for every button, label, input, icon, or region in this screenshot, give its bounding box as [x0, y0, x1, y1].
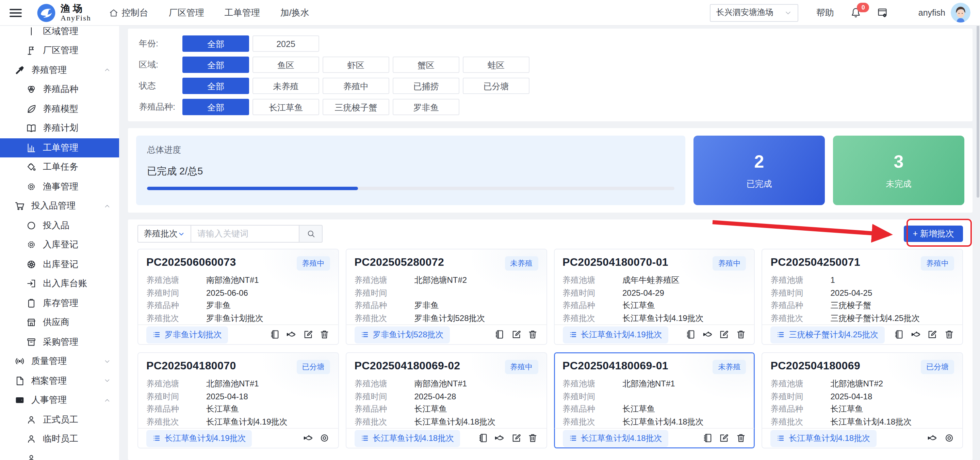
filter-option-全部[interactable]: 全部 [182, 99, 249, 115]
plan-link[interactable]: 长江草鱼计划4.19批次 [146, 430, 252, 447]
sidebar-item-出入库台账[interactable]: 出入库台账 [0, 274, 119, 293]
plan-link[interactable]: 长江草鱼计划4.18批次 [563, 430, 668, 447]
delete-icon[interactable] [736, 433, 746, 444]
fish-icon[interactable] [927, 433, 937, 444]
card-title: PC202506060073 [146, 256, 236, 268]
sidebar-item-label: 工单任务 [43, 161, 111, 173]
filter-option-虾区[interactable]: 虾区 [323, 57, 389, 73]
sidebar-item-正式员工[interactable]: 正式员工 [0, 410, 119, 429]
batch-card-PC202504180069-01[interactable]: PC202504180069-01未养殖养殖池塘北部渔池NT#1养殖时间养殖品种… [554, 352, 755, 449]
farm-select-dropdown[interactable]: 长兴泗安塘渔场 [710, 4, 799, 21]
sidebar-item-库存管理[interactable]: 库存管理 [0, 293, 119, 313]
edit-icon[interactable] [303, 329, 313, 340]
edit-icon[interactable] [719, 433, 730, 444]
plan-link-label: 长江草鱼计划4.18批次 [581, 433, 662, 444]
workbench-settings-icon[interactable] [877, 7, 888, 18]
sidebar-item-临时员工[interactable]: 临时员工 [0, 429, 119, 449]
user-avatar[interactable] [951, 3, 970, 22]
filter-option-蟹区[interactable]: 蟹区 [393, 57, 460, 73]
fish-icon[interactable] [303, 433, 313, 444]
nav-item-4[interactable]: 加/换水 [280, 6, 309, 19]
search-type-select[interactable]: 养殖批次 [137, 225, 191, 243]
sidebar-item-档案管理[interactable]: 档案管理 [0, 371, 119, 390]
sidebar-item-供应商[interactable]: 供应商 [0, 313, 119, 332]
plan-link[interactable]: 罗非鱼计划批次 [146, 326, 228, 343]
hamburger-menu-icon[interactable] [10, 8, 22, 17]
filter-option-蛙区[interactable]: 蛙区 [463, 57, 530, 73]
ledger-icon[interactable] [494, 329, 504, 340]
plan-link[interactable]: 三疣梭子蟹计划4.25批次 [771, 326, 885, 343]
sidebar-item-区域管理[interactable]: 区域管理 [0, 26, 119, 41]
add-batch-button[interactable]: + 新增批次 [904, 225, 963, 242]
batch-card-PC202504180070-01[interactable]: PC202504180070-01养殖中养殖池塘成年牛蛙养殖区养殖时间2025-… [554, 249, 755, 345]
plan-link[interactable]: 长江草鱼计划4.19批次 [563, 326, 668, 343]
sidebar-item-投入品[interactable]: 投入品 [0, 216, 119, 235]
sidebar-item-养殖管理[interactable]: 养殖管理 [0, 60, 119, 80]
nav-item-3[interactable]: 工单管理 [224, 6, 260, 19]
filter-option-2025[interactable]: 2025 [253, 35, 319, 52]
batch-card-PC202506060073[interactable]: PC202506060073养殖中养殖池塘南部渔池NT#1养殖时间2025-06… [137, 249, 339, 345]
sidebar-item-养殖模型[interactable]: 养殖模型 [0, 99, 119, 118]
delete-icon[interactable] [527, 329, 538, 340]
ledger-icon[interactable] [702, 433, 713, 444]
filter-option-三疣梭子蟹[interactable]: 三疣梭子蟹 [323, 99, 389, 115]
batch-card-PC202504180069-02[interactable]: PC202504180069-02养殖中养殖池塘南部渔池NT#1养殖时间2025… [346, 352, 547, 449]
sidebar-item-养殖计划[interactable]: 养殖计划 [0, 118, 119, 138]
sidebar-item-工单任务[interactable]: 工单任务 [0, 157, 119, 177]
ledger-icon[interactable] [269, 329, 280, 340]
edit-icon[interactable] [927, 329, 937, 340]
sidebar-item-人事管理[interactable]: 人事管理 [0, 390, 119, 410]
filter-option-养殖中[interactable]: 养殖中 [323, 78, 389, 94]
filter-option-全部[interactable]: 全部 [182, 35, 249, 52]
filter-option-罗非鱼[interactable]: 罗非鱼 [393, 99, 460, 115]
search-button[interactable] [299, 225, 323, 243]
filter-option-全部[interactable]: 全部 [182, 78, 249, 94]
fish-icon[interactable] [910, 329, 921, 340]
fish-icon[interactable] [702, 329, 713, 340]
sidebar-item-入库登记[interactable]: 入库登记 [0, 235, 119, 254]
sidebar-item-厂区管理[interactable]: 厂区管理 [0, 41, 119, 60]
sidebar-item-养殖品种[interactable]: 养殖品种 [0, 80, 119, 99]
card-title: PC202504180070 [146, 360, 236, 372]
edit-icon[interactable] [511, 329, 521, 340]
ledger-icon[interactable] [894, 329, 904, 340]
batch-card-PC202504180070[interactable]: PC202504180070已分塘养殖池塘北部渔池NT#1养殖时间2025-04… [137, 352, 339, 449]
view-icon[interactable] [943, 433, 954, 444]
sidebar-item-工单管理[interactable]: 工单管理 [0, 138, 119, 157]
filter-option-全部[interactable]: 全部 [182, 57, 249, 73]
filter-option-鱼区[interactable]: 鱼区 [253, 57, 319, 73]
filter-option-长江草鱼[interactable]: 长江草鱼 [253, 99, 319, 115]
delete-icon[interactable] [943, 329, 954, 340]
edit-icon[interactable] [511, 433, 521, 444]
view-icon[interactable] [320, 433, 330, 444]
notification-bell-icon[interactable]: 0 [850, 7, 862, 18]
filter-option-未养殖[interactable]: 未养殖 [253, 78, 319, 94]
sidebar-item-质量管理[interactable]: 质量管理 [0, 351, 119, 371]
filter-option-已捕捞[interactable]: 已捕捞 [393, 78, 460, 94]
sidebar-item-partial[interactable] [0, 449, 119, 460]
filter-option-已分塘[interactable]: 已分塘 [463, 78, 530, 94]
batch-card-PC202505280072[interactable]: PC202505280072未养殖养殖池塘北部池塘NT#2养殖时间养殖品种罗非鱼… [346, 249, 547, 345]
chevron-down-icon [784, 8, 792, 17]
edit-icon[interactable] [719, 329, 730, 340]
plan-link[interactable]: 罗非鱼计划528批次 [355, 326, 450, 343]
delete-icon[interactable] [527, 433, 538, 444]
nav-item-2[interactable]: 厂区管理 [169, 6, 204, 19]
ledger-icon[interactable] [477, 433, 488, 444]
nav-item-1[interactable]: 控制台 [109, 6, 148, 19]
plan-link[interactable]: 长江草鱼计划4.18批次 [771, 430, 877, 447]
ledger-icon[interactable] [686, 329, 696, 340]
fish-icon[interactable] [494, 433, 504, 444]
batch-card-PC202504250071[interactable]: PC202504250071养殖中养殖池塘1养殖时间2025-04-25养殖品种… [762, 249, 963, 345]
help-link[interactable]: 帮助 [816, 6, 834, 19]
search-input[interactable] [191, 225, 299, 243]
sidebar-item-渔事管理[interactable]: 渔事管理 [0, 177, 119, 196]
sidebar-item-采购管理[interactable]: 采购管理 [0, 332, 119, 351]
delete-icon[interactable] [320, 329, 330, 340]
sidebar-item-投入品管理[interactable]: 投入品管理 [0, 196, 119, 216]
batch-card-PC202504180069[interactable]: PC202504180069已分塘养殖池塘北部池塘NT#2养殖时间2025-04… [762, 352, 963, 449]
fish-icon[interactable] [286, 329, 297, 340]
plan-link[interactable]: 长江草鱼计划4.18批次 [355, 430, 460, 447]
delete-icon[interactable] [736, 329, 746, 340]
sidebar-item-出库登记[interactable]: 出库登记 [0, 254, 119, 274]
